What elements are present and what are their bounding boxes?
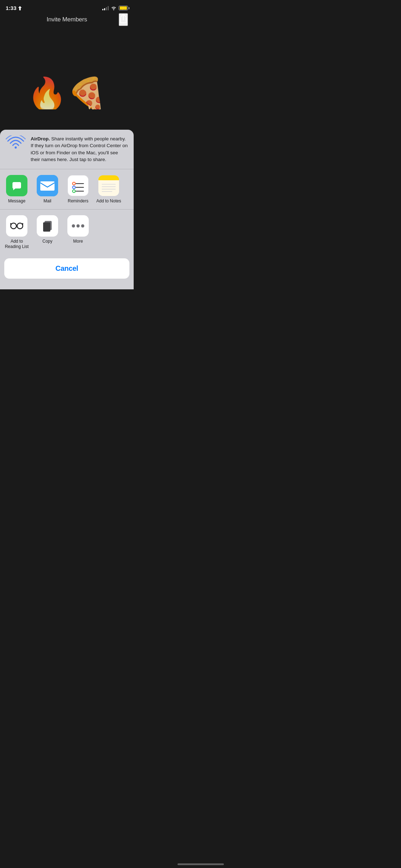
- more-label: More: [73, 239, 83, 244]
- cancel-button[interactable]: Cancel: [4, 258, 129, 279]
- mail-icon: [37, 175, 58, 196]
- svg-point-20: [11, 223, 16, 229]
- status-bar: 1:33 ⚡: [0, 0, 134, 13]
- app-message[interactable]: Message: [4, 175, 29, 203]
- action-more[interactable]: More: [66, 215, 91, 250]
- reading-list-label: Add toReading List: [5, 239, 29, 250]
- more-icon-container: [67, 215, 89, 237]
- svg-point-1: [15, 146, 17, 149]
- app-reminders[interactable]: Reminders: [66, 175, 91, 203]
- app-notes[interactable]: Add to Notes: [96, 175, 121, 203]
- share-button[interactable]: [119, 13, 128, 26]
- status-left: 1:33: [6, 5, 22, 11]
- battery-icon: ⚡: [119, 6, 128, 10]
- svg-point-29: [77, 224, 80, 227]
- pizza-emoji: 🔥🍕: [27, 76, 107, 109]
- airdrop-section: AirDrop. Share instantly with people nea…: [0, 130, 134, 169]
- notes-label: Add to Notes: [96, 198, 121, 203]
- message-icon: [6, 175, 27, 196]
- message-label: Message: [8, 198, 26, 203]
- airdrop-text: AirDrop. Share instantly with people nea…: [31, 135, 128, 163]
- app-mail[interactable]: Mail: [35, 175, 60, 203]
- svg-rect-15: [98, 178, 119, 180]
- reminders-icon: [67, 175, 89, 196]
- airdrop-bold: AirDrop.: [31, 136, 50, 141]
- airdrop-icon: [6, 135, 26, 155]
- svg-rect-27: [43, 222, 50, 232]
- actions-row: Add toReading List Copy: [4, 215, 129, 250]
- reading-list-icon: [6, 215, 27, 237]
- svg-rect-5: [68, 175, 88, 196]
- background-area: 🔥🍕: [0, 27, 134, 109]
- share-sheet: AirDrop. Share instantly with people nea…: [0, 130, 134, 289]
- svg-point-21: [17, 223, 23, 229]
- cancel-section: Cancel: [0, 255, 134, 289]
- action-copy[interactable]: Copy: [35, 215, 60, 250]
- mail-label: Mail: [43, 198, 51, 203]
- page-title: Invite Members: [47, 16, 87, 23]
- wifi-icon: [111, 6, 117, 10]
- time: 1:33: [6, 5, 16, 11]
- actions-section: Add toReading List Copy: [0, 210, 134, 255]
- action-reading-list[interactable]: Add toReading List: [4, 215, 29, 250]
- apps-row: Message: [4, 175, 129, 203]
- apps-section: Message: [0, 169, 134, 210]
- svg-point-30: [81, 224, 84, 227]
- svg-point-0: [6, 135, 26, 155]
- status-right: ⚡: [102, 6, 128, 10]
- notes-icon: [98, 175, 119, 196]
- reminders-label: Reminders: [68, 198, 88, 203]
- header: Invite Members: [0, 13, 134, 27]
- svg-point-28: [72, 224, 75, 227]
- copy-icon-container: [37, 215, 58, 237]
- signal-icon: [102, 6, 109, 10]
- svg-rect-4: [40, 181, 55, 191]
- location-icon: [18, 6, 22, 10]
- copy-label: Copy: [42, 239, 52, 244]
